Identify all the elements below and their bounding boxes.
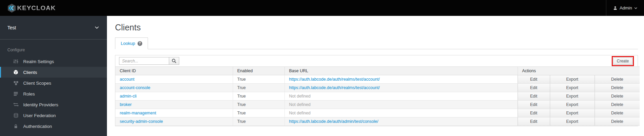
delete-button[interactable]: Delete [595,101,640,109]
sidebar-item-label: Authentication [23,124,52,129]
chevron-down-icon [634,7,637,9]
realm-name: Test [7,25,16,30]
sidebar-nav: Realm SettingsClientsClient ScopesRolesI… [0,56,107,132]
sidebar-item-authentication[interactable]: Authentication [0,121,107,132]
page-title: Clients [115,23,638,32]
delete-button[interactable]: Delete [595,75,640,84]
sidebar-item-label: Realm Settings [23,59,54,64]
chevron-down-icon [95,26,99,29]
table-row: account-consoleTruehttps://auth.labcode.… [115,84,640,92]
enabled-value: True [233,117,285,126]
edit-button[interactable]: Edit [518,101,550,109]
sidebar-item-label: Identity Providers [23,102,58,107]
delete-button[interactable]: Delete [595,84,640,92]
column-header-client-id: Client ID [115,67,233,75]
sidebar: Test Configure Realm SettingsClientsClie… [0,16,107,136]
base-url-link[interactable]: https://auth.labcode.de/auth/realms/test… [289,77,380,82]
tab-bar: Lookup ? [115,37,638,49]
search-input[interactable] [119,57,169,65]
enabled-value: True [233,109,285,117]
export-button[interactable]: Export [550,109,595,117]
table-row: accountTruehttps://auth.labcode.de/auth/… [115,75,640,84]
delete-button[interactable]: Delete [595,109,640,117]
keycloak-logo[interactable]: KEYCLOAK [7,3,56,13]
export-button[interactable]: Export [550,101,595,109]
base-url-link[interactable]: https://auth.labcode.de/auth/admin/test/… [289,119,378,124]
edit-button[interactable]: Edit [518,109,550,117]
main-content: Clients Lookup ? Cre [107,16,644,136]
sidebar-item-label: Client Scopes [23,81,51,86]
sidebar-item-clients[interactable]: Clients [0,67,107,78]
realm-selector[interactable]: Test [0,16,107,39]
search-button[interactable] [169,57,179,65]
list-icon [13,91,19,97]
user-label: Admin [620,5,632,10]
user-icon [613,6,617,10]
sidebar-item-label: User Federation [23,113,56,118]
keycloak-hexagon-icon [7,3,17,13]
column-header-base-url: Base URL [285,67,518,75]
create-button[interactable]: Create [613,57,633,65]
search-group [119,57,179,65]
sidebar-item-user-federation[interactable]: User Federation [0,110,107,121]
exchange-icon [13,102,19,107]
table-toolbar: Create [115,55,638,66]
edit-button[interactable]: Edit [518,92,550,101]
table-row: realm-managementTrueNot definedEditExpor… [115,109,640,117]
base-url-link[interactable]: https://auth.labcode.de/auth/realms/test… [289,85,380,90]
sidebar-item-client-scopes[interactable]: Client Scopes [0,78,107,88]
tab-lookup-label: Lookup [121,41,135,46]
search-icon [172,58,177,63]
clients-panel: Create Client ID Enabled Base URL Action… [115,55,638,126]
export-button[interactable]: Export [550,92,595,101]
cubes-icon [13,80,19,86]
table-header-row: Client ID Enabled Base URL Actions [115,67,640,75]
client-id-link[interactable]: realm-management [120,111,156,115]
sidebar-item-identity-providers[interactable]: Identity Providers [0,99,107,110]
table-row: security-admin-consoleTruehttps://auth.l… [115,117,640,126]
database-icon [13,113,19,118]
edit-button[interactable]: Edit [518,75,550,84]
column-header-enabled: Enabled [233,67,285,75]
enabled-value: True [233,101,285,109]
export-button[interactable]: Export [550,84,595,92]
tab-lookup[interactable]: Lookup ? [115,37,148,49]
export-button[interactable]: Export [550,117,595,126]
client-id-link[interactable]: account [120,77,135,82]
export-button[interactable]: Export [550,75,595,84]
enabled-value: True [233,84,285,92]
help-icon[interactable]: ? [138,41,142,46]
clients-table: Client ID Enabled Base URL Actions accou… [115,66,640,126]
top-bar: KEYCLOAK Admin [0,0,644,16]
delete-button[interactable]: Delete [595,117,640,126]
sidebar-item-roles[interactable]: Roles [0,88,107,99]
annotation-highlight: Create [612,56,634,66]
table-row: admin-cliTrueNot definedEditExportDelete [115,92,640,101]
enabled-value: True [233,92,285,101]
delete-button[interactable]: Delete [595,92,640,101]
sliders-icon [13,59,19,64]
client-id-link[interactable]: security-admin-console [120,119,163,124]
sidebar-item-label: Roles [23,91,35,97]
client-id-link[interactable]: account-console [120,85,150,90]
sidebar-item-realm-settings[interactable]: Realm Settings [0,56,107,67]
sidebar-item-label: Clients [23,70,37,75]
enabled-value: True [233,75,285,84]
client-id-link[interactable]: broker [120,102,131,107]
brand-text: KEYCLOAK [17,4,56,12]
cube-icon [13,70,19,75]
edit-button[interactable]: Edit [518,117,550,126]
edit-button[interactable]: Edit [518,84,550,92]
client-id-link[interactable]: admin-cli [120,94,137,99]
base-url-not-defined: Not defined [289,102,311,107]
configure-section-label: Configure [0,39,107,56]
lock-icon [13,124,19,129]
base-url-not-defined: Not defined [289,94,311,99]
table-row: brokerTrueNot definedEditExportDelete [115,101,640,109]
base-url-not-defined: Not defined [289,111,311,115]
column-header-actions: Actions [518,67,640,75]
user-menu[interactable]: Admin [606,0,644,16]
